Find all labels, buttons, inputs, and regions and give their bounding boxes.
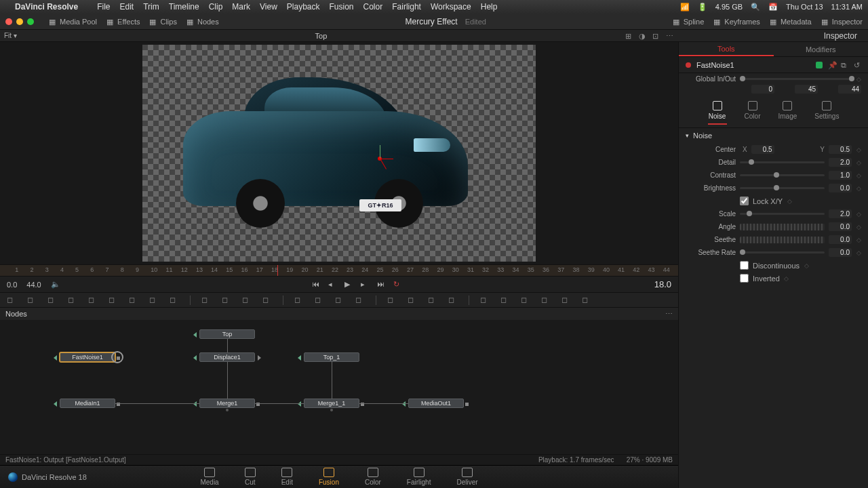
keyframe-diamond-icon[interactable]: ◇ <box>784 275 789 282</box>
nodes-button[interactable]: ▦Nodes <box>186 18 219 26</box>
fit-dropdown[interactable]: Fit ▾ <box>4 32 17 39</box>
p2-tool-icon[interactable]: ◻ <box>408 296 417 305</box>
menubar-status[interactable]: 🔋 <box>698 3 707 12</box>
param-value[interactable]: 2.0 <box>829 209 852 218</box>
center-x-value[interactable]: 0.5 <box>751 145 774 154</box>
metadata-button[interactable]: ▦Metadata <box>770 18 812 26</box>
param-value[interactable]: 0.0 <box>829 222 852 231</box>
versions-icon[interactable]: ⧉ <box>841 61 848 68</box>
page-color[interactable]: Color <box>365 468 381 486</box>
pin-icon[interactable]: 📌 <box>828 61 835 68</box>
keyframe-diamond-icon[interactable]: ◇ <box>856 224 861 230</box>
inspector-subtab-color[interactable]: Color <box>745 101 761 125</box>
param-dial[interactable] <box>740 237 825 243</box>
keyframe-diamond-icon[interactable]: ◇ <box>856 185 861 192</box>
p3-tool-icon[interactable]: ◻ <box>428 296 437 305</box>
param-value[interactable]: 0.0 <box>829 248 852 257</box>
fx3-tool-icon[interactable]: ◻ <box>521 296 530 305</box>
loop-icon[interactable]: ↻ <box>393 280 403 289</box>
global-range-slider[interactable] <box>740 78 852 80</box>
mask3-tool-icon[interactable]: ◻ <box>242 296 252 305</box>
page-deliver[interactable]: Deliver <box>456 468 477 486</box>
param-value[interactable]: 0.0 <box>829 235 852 244</box>
step-back-icon[interactable]: ◂ <box>328 280 338 289</box>
keyframe-diamond-icon[interactable]: ◇ <box>804 262 809 269</box>
node-input-icon[interactable] <box>193 355 197 361</box>
keyframe-diamond-icon[interactable]: ◇ <box>856 237 861 243</box>
center-y-value[interactable]: 0.5 <box>829 145 852 154</box>
minimize-window-icon[interactable] <box>16 18 23 25</box>
media-pool-button[interactable]: ▦Media Pool <box>49 18 97 26</box>
viewer-canvas[interactable]: GT✦R16 <box>0 42 678 264</box>
keyframe-diamond-icon[interactable]: ◇ <box>856 76 861 83</box>
node-color-chip[interactable] <box>816 62 823 68</box>
param-value[interactable]: 1.0 <box>829 171 852 180</box>
mask2-tool-icon[interactable]: ◻ <box>222 296 231 305</box>
page-fusion[interactable]: Fusion <box>319 468 339 486</box>
line-tool-icon[interactable]: ◻ <box>108 296 118 305</box>
text-tool-icon[interactable]: ◻ <box>47 296 57 305</box>
shape3-tool-icon[interactable]: ◻ <box>335 296 344 305</box>
nodes-options-icon[interactable]: ⋯ <box>665 310 673 319</box>
param-value[interactable]: 2.0 <box>829 158 852 167</box>
time-ruler[interactable]: 1234567891011121314151617181920212223242… <box>0 264 678 277</box>
effects-button[interactable]: ▦Effects <box>106 18 140 26</box>
inspector-subtab-settings[interactable]: Settings <box>814 101 839 125</box>
menu-fairlight[interactable]: Fairlight <box>392 2 421 12</box>
global-mid-value[interactable]: 45 <box>795 85 818 94</box>
go-start-icon[interactable]: ⏮ <box>312 280 321 289</box>
node-input-icon[interactable] <box>54 401 57 407</box>
node-input-icon[interactable] <box>193 401 197 407</box>
menubar-status[interactable]: 4.95 GB <box>715 3 743 11</box>
node-merge1_1[interactable]: Merge1_1 <box>304 399 359 408</box>
menu-file[interactable]: File <box>97 2 110 12</box>
page-cut[interactable]: Cut <box>245 468 256 486</box>
param-checkbox[interactable] <box>740 274 749 283</box>
node-mask-icon[interactable] <box>330 409 333 411</box>
menu-workspace[interactable]: Workspace <box>431 2 471 12</box>
keyframe-diamond-icon[interactable]: ◇ <box>856 146 861 153</box>
fx2-tool-icon[interactable]: ◻ <box>500 296 510 305</box>
node-fastnoise1[interactable]: FastNoise1 <box>60 352 115 362</box>
global-out-value[interactable]: 44 <box>838 85 861 94</box>
page-media[interactable]: Media <box>200 468 218 486</box>
menu-color[interactable]: Color <box>363 2 383 12</box>
menu-trim[interactable]: Trim <box>143 2 159 12</box>
mask4-tool-icon[interactable]: ◻ <box>262 296 272 305</box>
menu-playback[interactable]: Playback <box>287 2 320 12</box>
frame-tool-icon[interactable]: ◻ <box>27 296 37 305</box>
fx4-tool-icon[interactable]: ◻ <box>541 296 551 305</box>
menubar-status[interactable]: 📅 <box>768 3 778 12</box>
param-slider[interactable] <box>740 251 825 253</box>
node-mediain1[interactable]: MediaIn1 <box>60 399 115 408</box>
node-output-icon[interactable] <box>465 403 469 406</box>
shape4-tool-icon[interactable]: ◻ <box>355 296 365 305</box>
inspector-tab-modifiers[interactable]: Modifiers <box>774 42 869 56</box>
p4-tool-icon[interactable]: ◻ <box>448 296 458 305</box>
menu-clip[interactable]: Clip <box>209 2 223 12</box>
shape1-tool-icon[interactable]: ◻ <box>294 296 304 305</box>
param-slider[interactable] <box>740 213 825 215</box>
page-edit[interactable]: Edit <box>281 468 293 486</box>
keyframe-diamond-icon[interactable]: ◇ <box>787 198 792 205</box>
menubar-status[interactable]: 🔍 <box>751 3 760 12</box>
current-frame[interactable]: 18.0 <box>654 279 671 289</box>
menubar-status[interactable]: 📶 <box>680 3 690 12</box>
inspector-tab-tools[interactable]: Tools <box>679 42 774 56</box>
fx6-tool-icon[interactable]: ◻ <box>582 296 591 305</box>
viewer-option-icon[interactable]: ⊡ <box>652 32 660 40</box>
audio-icon[interactable]: 🔈 <box>51 280 60 289</box>
brush-tool-icon[interactable]: ◻ <box>68 296 77 305</box>
node-graph[interactable]: FastNoise1MediaIn1TopDisplace1Merge1Top_… <box>0 320 678 454</box>
menu-help[interactable]: Help <box>481 2 498 12</box>
node-input-icon[interactable] <box>193 332 197 338</box>
inspector-subtab-image[interactable]: Image <box>778 101 797 125</box>
node-input-icon[interactable] <box>54 355 57 361</box>
step-fwd-icon[interactable]: ▸ <box>361 280 370 289</box>
light-tool-icon[interactable]: ◻ <box>149 296 159 305</box>
page-fairlight[interactable]: Fairlight <box>407 468 431 486</box>
viewer-option-icon[interactable]: ⊞ <box>625 32 633 40</box>
inspector-button[interactable]: ▦Inspector <box>821 18 863 26</box>
node-input-icon[interactable] <box>298 355 301 361</box>
node-mask-icon[interactable] <box>226 409 229 411</box>
